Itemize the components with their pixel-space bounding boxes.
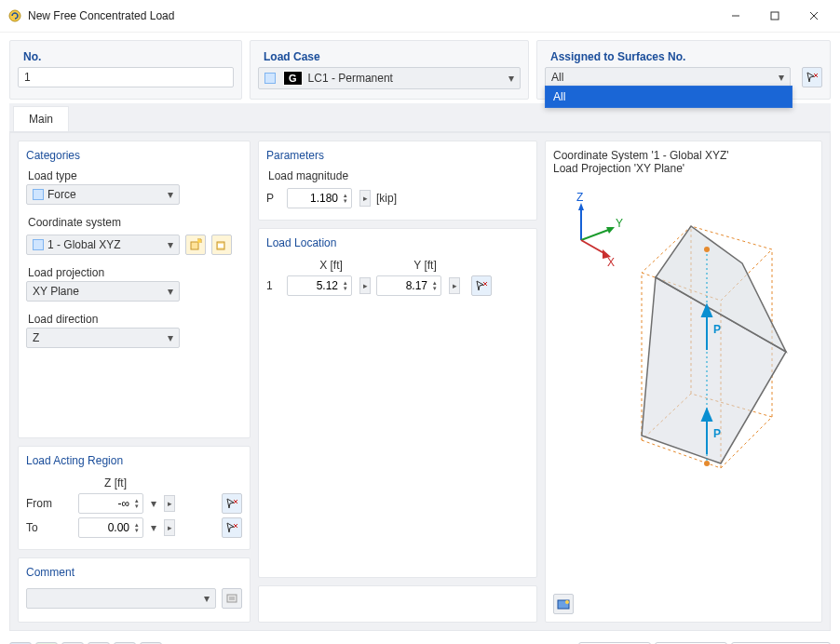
- load-projection-label: Load projection: [26, 264, 242, 281]
- load-projection-select[interactable]: XY Plane ▾: [26, 281, 180, 302]
- comment-group: Comment ▾: [18, 557, 251, 623]
- load-case-label: Load Case: [258, 47, 521, 67]
- app-icon: [7, 8, 22, 23]
- to-label: To: [26, 521, 73, 534]
- step-right-button[interactable]: ▸: [359, 190, 371, 207]
- step-right-button[interactable]: ▸: [164, 519, 175, 536]
- svg-rect-15: [227, 595, 237, 602]
- load-direction-value: Z: [33, 331, 39, 344]
- load-location-title: Load Location: [266, 236, 529, 255]
- from-input[interactable]: ▴▾: [78, 493, 143, 514]
- pick-from-button[interactable]: [222, 493, 242, 514]
- load-location-group: Load Location X [ft] Y [ft] 1 ▴▾ ▸ ▴▾ ▸: [258, 228, 537, 578]
- preview-pane: Coordinate System '1 - Global XYZ' Load …: [545, 141, 822, 623]
- assigned-label: Assigned to Surfaces No.: [545, 47, 822, 67]
- maximize-button[interactable]: [756, 6, 793, 26]
- tab-main[interactable]: Main: [13, 106, 69, 131]
- pick-surfaces-button[interactable]: [802, 67, 822, 87]
- chevron-down-icon[interactable]: ▾: [151, 521, 156, 534]
- coord-system-select[interactable]: 1 - Global XYZ ▾: [26, 235, 180, 255]
- from-label: From: [26, 497, 73, 510]
- load-projection-value: XY Plane: [33, 285, 79, 298]
- no-label: No.: [18, 47, 234, 67]
- svg-point-35: [704, 461, 710, 466]
- svg-point-43: [565, 600, 569, 604]
- comment-library-button[interactable]: [222, 588, 242, 609]
- svg-rect-2: [771, 12, 779, 20]
- assigned-select[interactable]: All ▾: [545, 67, 791, 87]
- svg-text:P: P: [713, 323, 721, 336]
- chevron-down-icon: ▾: [779, 71, 784, 84]
- load-case-select[interactable]: G LC1 - Permanent ▾: [258, 67, 521, 89]
- chevron-down-icon: ▾: [168, 188, 173, 201]
- to-input[interactable]: ▴▾: [78, 517, 143, 538]
- assigned-value: All: [551, 71, 563, 84]
- step-right-button[interactable]: ▸: [449, 277, 460, 294]
- x-value-input[interactable]: ▴▾: [287, 275, 352, 296]
- y-column-header: Y [ft]: [381, 259, 469, 272]
- load-acting-region-group: Load Acting Region Z [ft] From ▴▾ ▾ ▸ To…: [18, 446, 251, 550]
- loadcase-g-badge: G: [283, 71, 303, 86]
- svg-marker-21: [578, 203, 584, 210]
- svg-text:X: X: [607, 256, 615, 269]
- new-coordinate-system-button[interactable]: [185, 235, 206, 255]
- load-case-panel: Load Case G LC1 - Permanent ▾: [250, 40, 529, 100]
- svg-point-8: [197, 239, 201, 243]
- svg-point-34: [704, 247, 710, 252]
- svg-rect-7: [191, 242, 198, 249]
- window-controls: [717, 6, 833, 26]
- load-direction-select[interactable]: Z ▾: [26, 328, 180, 348]
- assigned-dropdown-list[interactable]: All: [545, 86, 793, 108]
- svg-text:Z: Z: [576, 191, 583, 204]
- comment-title: Comment: [26, 566, 242, 584]
- svg-point-0: [9, 10, 20, 21]
- z-column-header: Z [ft]: [78, 476, 153, 490]
- coord-system-label: Coordinate system: [26, 214, 242, 231]
- chevron-down-icon[interactable]: ▾: [151, 497, 156, 510]
- svg-rect-10: [218, 244, 224, 248]
- load-magnitude-label: Load magnitude: [266, 168, 529, 184]
- p-unit: [kip]: [376, 192, 397, 205]
- p-value-input[interactable]: ▴▾: [287, 188, 352, 208]
- chevron-down-icon: ▾: [508, 72, 514, 85]
- chevron-down-icon: ▾: [168, 331, 173, 344]
- load-type-label: Load type: [26, 168, 242, 184]
- categories-title: Categories: [26, 149, 242, 168]
- minimize-button[interactable]: [717, 6, 754, 26]
- svg-text:P: P: [713, 427, 721, 440]
- load-case-value: LC1 - Permanent: [308, 72, 393, 85]
- svg-line-23: [581, 229, 611, 240]
- parameters-group: Parameters Load magnitude P ▴▾ ▸ [kip]: [258, 141, 537, 221]
- preview-diagram: Z Y X: [553, 184, 814, 519]
- no-panel: No.: [9, 40, 242, 100]
- window-title: New Free Concentrated Load: [28, 9, 717, 22]
- y-value-input[interactable]: ▴▾: [376, 275, 441, 296]
- step-right-button[interactable]: ▸: [164, 495, 175, 512]
- comment-select[interactable]: ▾: [26, 588, 216, 609]
- preview-snapshot-button[interactable]: [553, 594, 574, 614]
- step-right-button[interactable]: ▸: [359, 277, 371, 294]
- footer-bar: ? 0.00 fx OK Cancel Apply & Next: [0, 635, 840, 644]
- preview-projection-text: Load Projection 'XY Plane': [553, 162, 814, 175]
- chevron-down-icon: ▾: [168, 285, 173, 298]
- load-type-value: Force: [47, 188, 76, 201]
- chevron-down-icon: ▾: [204, 592, 210, 605]
- assigned-panel: Assigned to Surfaces No. All ▾ All: [536, 40, 831, 100]
- edit-coordinate-system-button[interactable]: [211, 235, 232, 255]
- x-column-header: X [ft]: [287, 259, 375, 272]
- categories-group: Categories Load type Force ▾ Coordinate …: [18, 141, 251, 438]
- parameters-title: Parameters: [266, 149, 529, 168]
- pick-location-button[interactable]: [471, 275, 492, 296]
- title-bar: New Free Concentrated Load: [0, 0, 840, 33]
- checkbox-icon: [33, 239, 44, 250]
- load-type-select[interactable]: Force ▾: [26, 184, 180, 205]
- checkbox-icon: [264, 73, 276, 84]
- p-symbol: P: [266, 192, 281, 205]
- spare-group: [258, 585, 537, 623]
- preview-coord-text: Coordinate System '1 - Global XYZ': [553, 149, 814, 162]
- assigned-option-all[interactable]: All: [546, 87, 792, 107]
- no-input[interactable]: [18, 67, 234, 87]
- load-direction-label: Load direction: [26, 311, 242, 328]
- close-button[interactable]: [795, 6, 833, 26]
- pick-to-button[interactable]: [222, 517, 242, 538]
